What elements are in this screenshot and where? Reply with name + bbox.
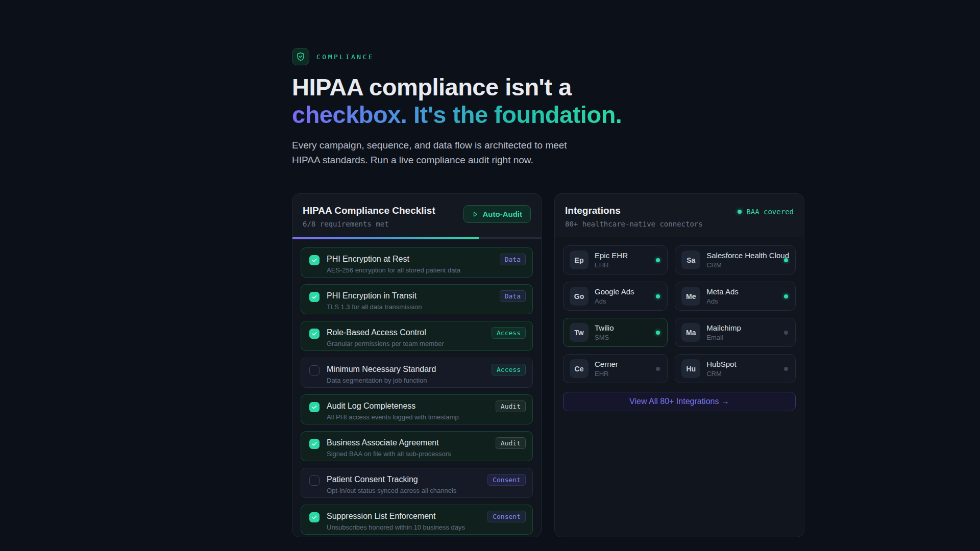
auto-audit-button[interactable]: Auto-Audit <box>463 205 531 223</box>
integrations-card-header: Integrations 80+ healthcare-native conne… <box>555 194 804 237</box>
auto-audit-button-label: Auto-Audit <box>483 210 522 218</box>
integration-category: EHR <box>595 370 618 378</box>
integration-name: Mailchimp <box>706 323 741 332</box>
integration-tile[interactable]: Hu HubSpot CRM <box>675 354 796 383</box>
checkbox[interactable] <box>309 329 320 339</box>
page-title-line1: HIPAA compliance isn't a <box>292 73 572 101</box>
checklist-item-desc: AES-256 encryption for all stored patien… <box>327 266 460 274</box>
checklist-item[interactable]: Audit Log Completeness All PHI access ev… <box>301 394 533 424</box>
connection-status-dot <box>784 331 788 335</box>
status-dot-icon <box>738 210 742 214</box>
checklist-item-title: PHI Encryption at Rest <box>327 255 460 264</box>
category-badge: Consent <box>487 511 526 522</box>
category-badge: Audit <box>496 437 526 449</box>
play-icon <box>472 211 478 217</box>
integration-avatar: Me <box>681 287 700 306</box>
integration-tile[interactable]: Me Meta Ads Ads <box>675 282 796 311</box>
connection-status-dot <box>784 258 788 262</box>
connection-status-dot <box>656 258 660 262</box>
checkbox[interactable] <box>309 475 320 486</box>
checklist-item-title: PHI Encryption in Transit <box>327 291 422 300</box>
checklist-item-desc: Unsubscribes honored within 10 business … <box>327 523 465 531</box>
checklist-item[interactable]: Role-Based Access Control Granular permi… <box>301 321 533 351</box>
category-badge: Data <box>500 290 526 302</box>
checklist-item-desc: Signed BAA on file with all sub-processo… <box>327 450 451 458</box>
integration-category: SMS <box>595 334 614 341</box>
integration-avatar: Ma <box>681 323 700 342</box>
integration-category: CRM <box>706 261 789 269</box>
integration-avatar: Ce <box>570 359 589 378</box>
integration-tile[interactable]: Ep Epic EHR EHR <box>563 245 668 274</box>
integration-name: HubSpot <box>706 360 736 368</box>
checkbox[interactable] <box>309 292 320 302</box>
baa-covered-label: BAA covered <box>746 208 794 216</box>
checklist-card-header: HIPAA Compliance Checklist 6/8 requireme… <box>292 194 541 237</box>
hipaa-checklist-card: HIPAA Compliance Checklist 6/8 requireme… <box>292 193 542 537</box>
integration-name: Twilio <box>595 323 614 332</box>
checkbox[interactable] <box>309 365 320 375</box>
checklist-item-title: Role-Based Access Control <box>327 328 444 337</box>
integration-tile[interactable]: Ce Cerner EHR <box>563 354 668 383</box>
integration-name: Epic EHR <box>595 251 628 260</box>
integration-name: Meta Ads <box>706 287 739 296</box>
checklist-item-title: Suppression List Enforcement <box>327 512 465 521</box>
integrations-card-title: Integrations <box>565 205 703 216</box>
integration-avatar: Hu <box>681 359 700 378</box>
category-badge: Data <box>500 254 526 265</box>
view-all-integrations-button[interactable]: View All 80+ Integrations → <box>563 392 796 411</box>
checklist-item-desc: TLS 1.3 for all data transmission <box>327 303 422 311</box>
checklist-card-subtitle: 6/8 requirements met <box>303 220 435 228</box>
integrations-card-subtitle: 80+ healthcare-native connectors <box>565 220 703 228</box>
integration-tile[interactable]: Sa Salesforce Health Cloud CRM <box>675 245 796 274</box>
checklist: PHI Encryption at Rest AES-256 encryptio… <box>292 239 541 537</box>
page-subtitle: Every campaign, sequence, and data flow … <box>292 138 591 167</box>
category-badge: Audit <box>496 400 526 412</box>
page-title: HIPAA compliance isn't a checkbox. It's … <box>292 73 804 129</box>
integration-name: Salesforce Health Cloud <box>706 251 789 260</box>
checklist-item-desc: Opt-in/out status synced across all chan… <box>327 487 456 494</box>
checklist-item[interactable]: Patient Consent Tracking Opt-in/out stat… <box>301 468 533 498</box>
integration-category: EHR <box>595 261 628 269</box>
page-title-line2: checkbox. It's the foundation. <box>292 101 622 128</box>
integration-category: Email <box>706 334 741 341</box>
integration-avatar: Tw <box>570 323 589 342</box>
checklist-item[interactable]: PHI Encryption in Transit TLS 1.3 for al… <box>301 284 533 314</box>
eyebrow-label: COMPLIANCE <box>316 53 374 61</box>
connection-status-dot <box>784 367 788 371</box>
connection-status-dot <box>656 367 660 371</box>
integration-avatar: Ep <box>570 251 589 269</box>
checklist-item-title: Patient Consent Tracking <box>327 475 456 484</box>
category-badge: Access <box>492 327 526 339</box>
checklist-item-title: Audit Log Completeness <box>327 402 459 411</box>
integrations-card: Integrations 80+ healthcare-native conne… <box>554 193 804 537</box>
checkbox[interactable] <box>309 255 320 265</box>
checklist-item-desc: Granular permissions per team member <box>327 340 444 347</box>
connection-status-dot <box>784 294 788 298</box>
integration-avatar: Go <box>570 287 589 306</box>
integration-tile[interactable]: Go Google Ads Ads <box>563 282 668 311</box>
integrations-grid: Ep Epic EHR EHR Sa Salesforce Health Clo… <box>555 237 804 383</box>
checkbox[interactable] <box>309 439 320 449</box>
checklist-item-title: Minimum Necessary Standard <box>327 365 436 374</box>
integration-category: CRM <box>706 370 736 378</box>
checkbox[interactable] <box>309 512 320 522</box>
shield-check-icon <box>292 48 309 65</box>
compliance-section: COMPLIANCE HIPAA compliance isn't a chec… <box>292 48 804 537</box>
checklist-item[interactable]: PHI Encryption at Rest AES-256 encryptio… <box>301 247 533 278</box>
integration-tile[interactable]: Ma Mailchimp Email <box>675 318 796 347</box>
checklist-item[interactable]: Business Associate Agreement Signed BAA … <box>301 431 533 461</box>
checkbox[interactable] <box>309 402 320 412</box>
integration-avatar: Sa <box>681 251 700 269</box>
checklist-card-title: HIPAA Compliance Checklist <box>303 205 435 216</box>
integration-name: Cerner <box>595 360 618 368</box>
section-eyebrow: COMPLIANCE <box>292 48 804 65</box>
checklist-item[interactable]: Minimum Necessary Standard Data segmenta… <box>301 358 533 388</box>
integration-tile[interactable]: Tw Twilio SMS <box>563 318 668 347</box>
checklist-item-desc: Data segmentation by job function <box>327 377 436 384</box>
checklist-item-title: Business Associate Agreement <box>327 438 451 447</box>
checklist-item[interactable]: Suppression List Enforcement Unsubscribe… <box>301 505 533 535</box>
integration-category: Ads <box>706 297 739 305</box>
checklist-item-desc: All PHI access events logged with timest… <box>327 413 459 421</box>
integration-category: Ads <box>595 297 634 305</box>
connection-status-dot <box>656 294 660 298</box>
